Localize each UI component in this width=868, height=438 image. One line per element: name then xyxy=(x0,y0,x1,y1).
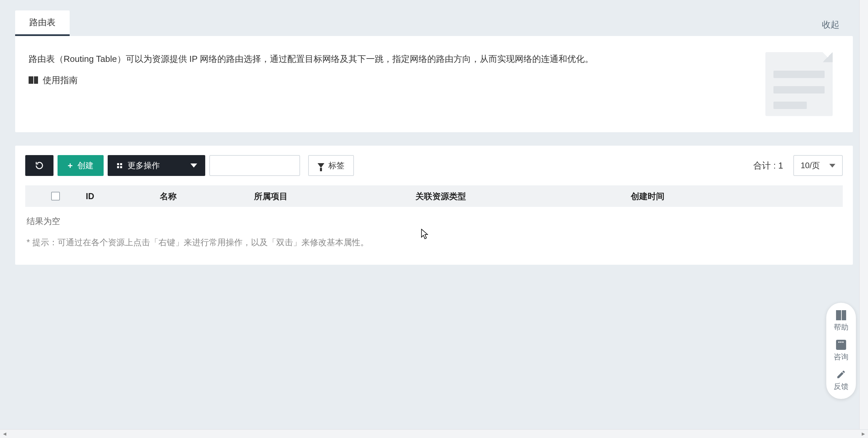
floating-help-panel: 帮助 咨询 反馈 xyxy=(826,303,856,399)
chevron-down-icon xyxy=(190,163,197,167)
page-size-select[interactable]: 10/页 xyxy=(793,155,843,176)
scroll-right-arrow[interactable]: ► xyxy=(861,431,866,437)
vertical-scrollbar[interactable] xyxy=(859,0,868,429)
refresh-button[interactable] xyxy=(25,155,54,176)
tab-label: 路由表 xyxy=(29,17,56,27)
tab-routing-table[interactable]: 路由表 xyxy=(15,10,70,36)
col-header-created-at[interactable]: 创建时间 xyxy=(631,191,843,202)
select-all-checkbox[interactable] xyxy=(51,192,60,200)
page-size-label: 10/页 xyxy=(801,160,820,171)
book-icon xyxy=(29,76,38,84)
total-count-text: 合计 : 1 xyxy=(753,160,783,171)
description-text: 路由表（Routing Table）可以为资源提供 IP 网络的路由选择，通过配… xyxy=(29,52,593,66)
content-card: + 创建 更多操作 标签 合计 : 1 10/页 xyxy=(15,146,853,265)
collapse-toggle[interactable]: 收起 xyxy=(822,19,853,36)
description-card: 路由表（Routing Table）可以为资源提供 IP 网络的路由选择，通过配… xyxy=(15,36,853,132)
table-hint-text: * 提示：可通过在各个资源上点击「右键」来进行常用操作，以及「双击」来修改基本属… xyxy=(25,230,843,255)
tab-bar: 路由表 收起 xyxy=(15,12,853,36)
user-guide-link[interactable]: 使用指南 xyxy=(29,74,78,86)
chat-icon xyxy=(836,340,846,350)
col-header-resource-type[interactable]: 关联资源类型 xyxy=(415,191,631,202)
collapse-label: 收起 xyxy=(822,20,839,30)
create-label: 创建 xyxy=(78,160,94,171)
create-button[interactable]: + 创建 xyxy=(58,155,104,176)
tag-filter-button[interactable]: 标签 xyxy=(308,155,354,176)
filter-icon xyxy=(318,163,324,168)
feedback-button[interactable]: 反馈 xyxy=(826,369,856,392)
scroll-left-arrow[interactable]: ◄ xyxy=(2,431,7,437)
guide-label: 使用指南 xyxy=(43,74,78,86)
refresh-icon xyxy=(35,161,44,170)
col-header-project[interactable]: 所属项目 xyxy=(254,191,415,202)
plus-icon: + xyxy=(68,160,73,171)
tag-label: 标签 xyxy=(328,160,344,171)
help-button[interactable]: 帮助 xyxy=(826,310,856,332)
more-label: 更多操作 xyxy=(127,160,160,171)
grid-icon xyxy=(117,163,122,168)
horizontal-scrollbar[interactable]: ◄ ► xyxy=(0,429,868,438)
col-header-id[interactable]: ID xyxy=(86,191,160,201)
toolbar: + 创建 更多操作 标签 合计 : 1 10/页 xyxy=(15,146,853,185)
col-header-name[interactable]: 名称 xyxy=(160,191,254,202)
table-header-row: ID 名称 所属项目 关联资源类型 创建时间 xyxy=(25,185,843,207)
chevron-down-icon xyxy=(829,164,835,167)
pencil-icon xyxy=(836,369,846,379)
consult-label: 咨询 xyxy=(834,352,848,362)
doc-thumbnail xyxy=(765,52,833,116)
empty-result-text: 结果为空 xyxy=(25,207,843,230)
help-label: 帮助 xyxy=(834,322,848,332)
search-input[interactable] xyxy=(209,155,300,176)
feedback-label: 反馈 xyxy=(834,381,848,392)
more-actions-dropdown[interactable]: 更多操作 xyxy=(108,155,205,176)
book-icon xyxy=(836,310,846,320)
consult-button[interactable]: 咨询 xyxy=(826,340,856,362)
